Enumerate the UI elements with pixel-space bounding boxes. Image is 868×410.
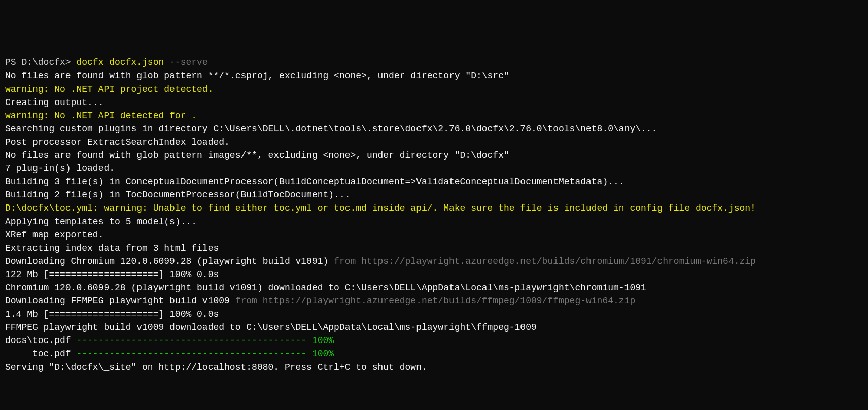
pdf-label: toc.pdf: [5, 349, 76, 359]
pdf-progress: ----------------------------------------…: [76, 335, 334, 346]
download-line: Downloading Chromium 120.0.6099.28 (play…: [5, 255, 863, 268]
output-line: Creating output...: [5, 96, 863, 109]
prompt-path: D:\docfx>: [21, 57, 71, 67]
download-url: from https://playwright.azureedge.net/bu…: [230, 296, 635, 306]
download-prefix: Downloading FFMPEG playwright build v100…: [5, 296, 230, 306]
output-line: Post processor ExtractSearchIndex loaded…: [5, 135, 863, 149]
warning-line: warning: No .NET API detected for .: [5, 109, 863, 122]
download-url: from https://playwright.azureedge.net/bu…: [328, 256, 756, 266]
output-line: Extracting index data from 3 html files: [5, 242, 863, 255]
progress-line: 1.4 Mb [====================] 100% 0.0s: [5, 308, 863, 321]
command-part1: docfx docfx.json: [71, 57, 164, 67]
warning-line: D:\docfx\toc.yml: warning: Unable to fin…: [5, 201, 863, 215]
output-line: No files are found with glob pattern **/…: [5, 69, 863, 82]
terminal-output[interactable]: PS D:\docfx> docfx docfx.json --serveNo …: [5, 56, 863, 373]
output-line: Applying templates to 5 model(s)...: [5, 215, 863, 228]
output-line: Building 2 file(s) in TocDocumentProcess…: [5, 188, 863, 201]
output-line: XRef map exported.: [5, 228, 863, 242]
output-line: Chromium 120.0.6099.28 (playwright build…: [5, 281, 863, 294]
output-line: Searching custom plugins in directory C:…: [5, 122, 863, 135]
output-line: 7 plug-in(s) loaded.: [5, 162, 863, 175]
serving-line: Serving "D:\docfx\_site" on http://local…: [5, 361, 863, 374]
prompt-prefix: PS: [5, 57, 21, 67]
warning-line: warning: No .NET API project detected.: [5, 83, 863, 96]
output-line: FFMPEG playwright build v1009 downloaded…: [5, 321, 863, 334]
pdf-progress-line: toc.pdf --------------------------------…: [5, 347, 863, 360]
download-line: Downloading FFMPEG playwright build v100…: [5, 294, 863, 308]
command-part2: --serve: [164, 57, 207, 67]
pdf-progress: ----------------------------------------…: [76, 349, 334, 359]
pdf-progress-line: docs\toc.pdf ---------------------------…: [5, 334, 863, 347]
pdf-label: docs\toc.pdf: [5, 335, 76, 346]
download-prefix: Downloading Chromium 120.0.6099.28 (play…: [5, 256, 328, 266]
output-line: Building 3 file(s) in ConceptualDocument…: [5, 175, 863, 188]
output-line: No files are found with glob pattern ima…: [5, 149, 863, 162]
prompt-line: PS D:\docfx> docfx docfx.json --serve: [5, 56, 863, 69]
progress-line: 122 Mb [====================] 100% 0.0s: [5, 268, 863, 281]
